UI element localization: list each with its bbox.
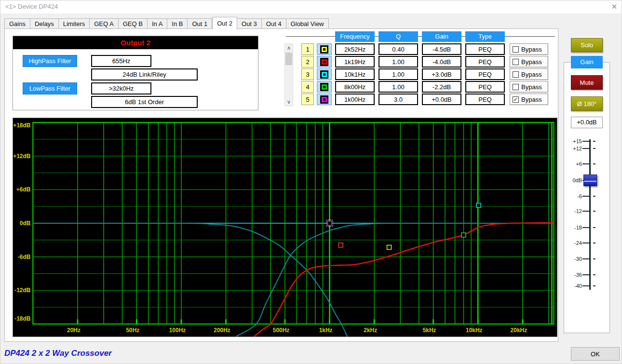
peq-color-swatch-red[interactable]	[317, 56, 332, 67]
peq-color-swatch-yellow[interactable]	[317, 43, 332, 55]
fader-tick-left	[582, 285, 589, 286]
tab-out-1[interactable]: Out 1	[188, 18, 212, 29]
checkbox-unchecked-icon[interactable]	[513, 71, 519, 78]
peq-band-number-4[interactable]: 4	[301, 81, 314, 93]
band-color-icon	[320, 83, 328, 91]
tab-out-3[interactable]: Out 3	[237, 18, 262, 29]
frequency-response-chart[interactable]: +18dB+12dB+6dB0dB-6dB-12dB-18dB20Hz50Hz1…	[13, 118, 557, 337]
peq-q-field[interactable]: 1.00	[379, 56, 418, 67]
fader-tick-left	[582, 148, 589, 149]
bypass-label: Bypass	[521, 71, 542, 78]
tab-out-2[interactable]: Out 2	[212, 17, 237, 29]
peq-color-swatch-cyan[interactable]	[317, 68, 332, 80]
highpass-frequency-field[interactable]: 655Hz	[91, 55, 151, 67]
tab-geq-a[interactable]: GEQ A	[90, 18, 118, 29]
checkbox-unchecked-icon[interactable]	[513, 59, 519, 65]
fader-tick-left	[582, 243, 589, 243]
fader-scale-label: -40	[566, 283, 582, 289]
close-icon[interactable]: ✕	[608, 1, 621, 12]
checkbox-unchecked-icon[interactable]	[513, 84, 519, 90]
peq-type-field[interactable]: PEQ	[465, 68, 505, 80]
peq-gain-field[interactable]: +0.0dB	[422, 94, 461, 105]
fader-scale-label: +6	[566, 161, 582, 167]
checkbox-unchecked-icon[interactable]	[513, 46, 519, 53]
tab-out-4[interactable]: Out 4	[262, 18, 286, 29]
highpass-filter-button[interactable]: HighPass Filter	[23, 55, 77, 67]
y-axis-label: +12dB	[13, 153, 31, 160]
bypass-button-band-2[interactable]: Bypass	[510, 56, 548, 67]
y-axis-label: +6dB	[16, 186, 31, 193]
gain-fader-track[interactable]	[589, 139, 591, 290]
tab-in-a[interactable]: In A	[148, 18, 167, 29]
scroll-up-icon[interactable]: ∧	[285, 44, 293, 52]
peq-band-number-1[interactable]: 1	[301, 43, 314, 55]
scroll-down-icon[interactable]: ∨	[285, 98, 293, 106]
mute-button[interactable]: Mute	[571, 75, 603, 90]
fader-tick-right	[593, 243, 595, 243]
lowpass-slope-field[interactable]: 6dB 1st Order	[91, 96, 198, 108]
x-axis-label: 200Hz	[214, 327, 230, 334]
peq-q-field[interactable]: 0.40	[379, 43, 418, 55]
peq-marker-band-5[interactable]	[327, 221, 332, 226]
peq-frequency-field[interactable]: 8k00Hz	[335, 81, 375, 93]
gain-fader-handle[interactable]	[583, 175, 597, 186]
x-axis-label: 20Hz	[67, 327, 81, 334]
peq-frequency-field[interactable]: 10k1Hz	[335, 68, 375, 80]
tab-delays[interactable]: Delays	[30, 18, 59, 29]
peq-frequency-field[interactable]: 1k19Hz	[335, 56, 375, 67]
x-axis-label: 2kHz	[364, 327, 377, 334]
peq-type-field[interactable]: PEQ	[465, 56, 505, 67]
peq-q-field[interactable]: 3.0	[379, 94, 418, 105]
peq-band-number-2[interactable]: 2	[301, 56, 314, 67]
tab-bar: GainsDelaysLimitersGEQ AGEQ BIn AIn BOut…	[4, 16, 329, 29]
peq-type-field[interactable]: PEQ	[465, 94, 505, 105]
fader-scale-label: -6	[566, 193, 582, 199]
bypass-button-band-5[interactable]: ✓Bypass	[510, 94, 548, 105]
peq-gain-field[interactable]: -2.2dB	[422, 81, 461, 93]
axis-tick	[433, 319, 434, 324]
peq-color-swatch-magenta[interactable]	[317, 94, 332, 105]
fader-tick-right	[593, 227, 595, 228]
fader-tick-left	[582, 274, 589, 275]
lowpass-filter-button[interactable]: LowPass Filter	[23, 82, 77, 94]
peq-q-field[interactable]: 1.00	[379, 68, 418, 80]
band-color-icon	[320, 95, 328, 104]
peq-gain-field[interactable]: -4.0dB	[422, 56, 461, 67]
bypass-button-band-3[interactable]: Bypass	[510, 68, 548, 80]
lowpass-frequency-field[interactable]: >32k0Hz	[91, 82, 151, 94]
ok-button[interactable]: OK	[571, 347, 620, 361]
peq-scrollbar[interactable]: ∧ ∨	[284, 43, 293, 106]
peq-type-field[interactable]: PEQ	[465, 43, 505, 55]
fader-scale-label: -12	[566, 208, 582, 214]
checkbox-checked-icon[interactable]: ✓	[513, 96, 519, 103]
solo-button[interactable]: Solo	[571, 38, 603, 52]
scrollbar-thumb[interactable]	[285, 53, 292, 65]
axis-tick	[77, 319, 78, 324]
axis-tick	[329, 319, 330, 324]
peq-type-field[interactable]: PEQ	[465, 81, 505, 93]
peq-marker-band-1[interactable]	[387, 245, 392, 250]
tab-geq-b[interactable]: GEQ B	[119, 18, 148, 29]
peq-marker-band-3[interactable]	[476, 203, 481, 207]
peq-band-number-5[interactable]: 5	[301, 94, 314, 105]
highpass-slope-field[interactable]: 24dB Link/Riley	[91, 68, 198, 81]
peq-color-swatch-green[interactable]	[317, 81, 332, 93]
phase-180-button[interactable]: Ø 180°	[571, 96, 603, 111]
peq-gain-field[interactable]: +3.0dB	[422, 68, 461, 80]
peq-q-field[interactable]: 1.00	[379, 81, 418, 93]
tab-limiters[interactable]: Limiters	[59, 18, 90, 29]
axis-tick	[284, 319, 285, 324]
bypass-button-band-1[interactable]: Bypass	[510, 43, 548, 55]
peq-marker-band-4[interactable]	[461, 233, 466, 237]
peq-band-number-3[interactable]: 3	[301, 68, 314, 80]
peq-frequency-field[interactable]: 1k00Hz	[335, 94, 375, 105]
peq-marker-band-2[interactable]	[338, 243, 343, 247]
bypass-button-band-4[interactable]: Bypass	[510, 81, 548, 93]
tab-in-b[interactable]: In B	[167, 18, 188, 29]
peq-frequency-field[interactable]: 2k52Hz	[335, 43, 375, 55]
peq-gain-field[interactable]: -4.5dB	[422, 43, 461, 55]
tab-global-view[interactable]: Global View	[286, 18, 329, 29]
tab-gains[interactable]: Gains	[4, 18, 30, 29]
gain-value-field[interactable]: +0.0dB	[571, 117, 603, 128]
fader-scale-label: +15	[566, 138, 582, 144]
